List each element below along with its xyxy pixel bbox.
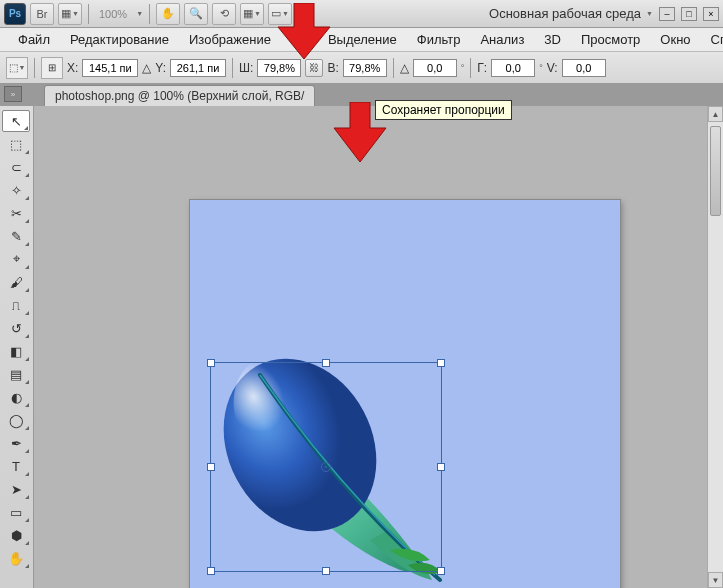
toolbox: ↖ ⬚ ⊂ ✧ ✂ ✎ ⌖ 🖌 ⎍ ↺ ◧ ▤ ◐ ◯ ✒ T ➤ ▭ ⬢ ✋ xyxy=(0,106,34,588)
mini-bridge-button[interactable]: ▦▼ xyxy=(58,3,82,25)
gradient-tool[interactable]: ▤ xyxy=(2,363,30,385)
skew-v-label: V: xyxy=(547,61,558,75)
handle-center[interactable] xyxy=(321,462,331,472)
arrange-docs-button[interactable]: ▦▼ xyxy=(240,3,264,25)
menu-image[interactable]: Изображение xyxy=(179,28,281,51)
options-bar: ⬚▼ ⊞ X: △ Y: Ш: ⛓ В: △ ° Г: ° V: xyxy=(0,52,723,84)
work-area: ↖ ⬚ ⊂ ✧ ✂ ✎ ⌖ 🖌 ⎍ ↺ ◧ ▤ ◐ ◯ ✒ T ➤ ▭ ⬢ ✋ xyxy=(0,106,723,588)
titlebar: Ps Br ▦▼ 100%▼ ✋ 🔍 ⟲ ▦▼ ▭▼ Основная рабо… xyxy=(0,0,723,28)
vertical-scrollbar[interactable]: ▲ ▼ xyxy=(707,106,723,588)
history-brush-tool[interactable]: ↺ xyxy=(2,317,30,339)
healing-brush-tool[interactable]: ⌖ xyxy=(2,248,30,270)
workspace-label: Основная рабочая среда xyxy=(489,6,641,21)
angle-input[interactable] xyxy=(413,59,457,77)
width-label: Ш: xyxy=(239,61,253,75)
lasso-tool[interactable]: ⊂ xyxy=(2,156,30,178)
zoom-dropdown-icon[interactable]: ▼ xyxy=(136,10,143,17)
marquee-tool[interactable]: ⬚ xyxy=(2,133,30,155)
width-input[interactable] xyxy=(257,59,301,77)
hand-tool-button[interactable]: ✋ xyxy=(156,3,180,25)
handle-mid-left[interactable] xyxy=(207,463,215,471)
height-input[interactable] xyxy=(343,59,387,77)
transform-bounding-box[interactable] xyxy=(210,362,442,572)
maximize-button[interactable]: □ xyxy=(681,7,697,21)
zoom-tool-button[interactable]: 🔍 xyxy=(184,3,208,25)
move-tool[interactable]: ↖ xyxy=(2,110,30,132)
workspace-switcher[interactable]: Основная рабочая среда ▼ xyxy=(489,6,653,21)
menu-analysis[interactable]: Анализ xyxy=(470,28,534,51)
y-input[interactable] xyxy=(170,59,226,77)
height-label: В: xyxy=(327,61,338,75)
pen-tool[interactable]: ✒ xyxy=(2,432,30,454)
close-button[interactable]: × xyxy=(703,7,719,21)
canvas-area[interactable]: ▲ ▼ xyxy=(34,106,723,588)
type-tool[interactable]: T xyxy=(2,455,30,477)
blur-tool[interactable]: ◐ xyxy=(2,386,30,408)
path-selection-tool[interactable]: ➤ xyxy=(2,478,30,500)
skew-h-label: Г: xyxy=(477,61,487,75)
handle-mid-right[interactable] xyxy=(437,463,445,471)
angle-icon: △ xyxy=(400,61,409,75)
transform-icon[interactable]: ⬚▼ xyxy=(6,57,28,79)
link-proportions-icon[interactable]: ⛓ xyxy=(305,59,323,77)
document-tab[interactable]: photoshop.png @ 100% (Верхний слой, RGB/ xyxy=(44,85,315,106)
eraser-tool[interactable]: ◧ xyxy=(2,340,30,362)
svg-marker-0 xyxy=(278,3,330,59)
menu-filter[interactable]: Фильтр xyxy=(407,28,471,51)
degree-icon: ° xyxy=(539,63,543,73)
menu-3d[interactable]: 3D xyxy=(534,28,571,51)
handle-bottom-right[interactable] xyxy=(437,567,445,575)
app-logo: Ps xyxy=(4,3,26,25)
handle-top-left[interactable] xyxy=(207,359,215,367)
reference-point-icon[interactable]: ⊞ xyxy=(41,57,63,79)
x-label: X: xyxy=(67,61,78,75)
minimize-button[interactable]: – xyxy=(659,7,675,21)
menu-edit[interactable]: Редактирование xyxy=(60,28,179,51)
expand-panels-button[interactable]: » xyxy=(4,86,22,102)
menubar: Файл Редактирование Изображение Сл Выдел… xyxy=(0,28,723,52)
delta-icon[interactable]: △ xyxy=(142,61,151,75)
scroll-thumb[interactable] xyxy=(710,126,721,216)
rotate-view-button[interactable]: ⟲ xyxy=(212,3,236,25)
handle-bottom-left[interactable] xyxy=(207,567,215,575)
zoom-level[interactable]: 100% xyxy=(95,8,131,20)
y-label: Y: xyxy=(155,61,166,75)
clone-stamp-tool[interactable]: ⎍ xyxy=(2,294,30,316)
chevron-down-icon: ▼ xyxy=(646,10,653,17)
bridge-button[interactable]: Br xyxy=(30,3,54,25)
menu-window[interactable]: Окно xyxy=(650,28,700,51)
scroll-up-arrow[interactable]: ▲ xyxy=(708,106,723,122)
annotation-arrow-top xyxy=(274,3,334,61)
tooltip: Сохраняет пропорции xyxy=(375,100,512,120)
x-input[interactable] xyxy=(82,59,138,77)
scroll-down-arrow[interactable]: ▼ xyxy=(708,572,723,588)
handle-top-center[interactable] xyxy=(322,359,330,367)
menu-file[interactable]: Файл xyxy=(8,28,60,51)
magic-wand-tool[interactable]: ✧ xyxy=(2,179,30,201)
shape-tool[interactable]: ▭ xyxy=(2,501,30,523)
3d-tool[interactable]: ⬢ xyxy=(2,524,30,546)
handle-top-right[interactable] xyxy=(437,359,445,367)
skew-h-input[interactable] xyxy=(491,59,535,77)
eyedropper-tool[interactable]: ✎ xyxy=(2,225,30,247)
dodge-tool[interactable]: ◯ xyxy=(2,409,30,431)
skew-v-input[interactable] xyxy=(562,59,606,77)
handle-bottom-center[interactable] xyxy=(322,567,330,575)
degree-icon: ° xyxy=(461,63,465,73)
menu-help[interactable]: Спра xyxy=(701,28,723,51)
menu-view[interactable]: Просмотр xyxy=(571,28,650,51)
hand-tool[interactable]: ✋ xyxy=(2,547,30,569)
brush-tool[interactable]: 🖌 xyxy=(2,271,30,293)
crop-tool[interactable]: ✂ xyxy=(2,202,30,224)
